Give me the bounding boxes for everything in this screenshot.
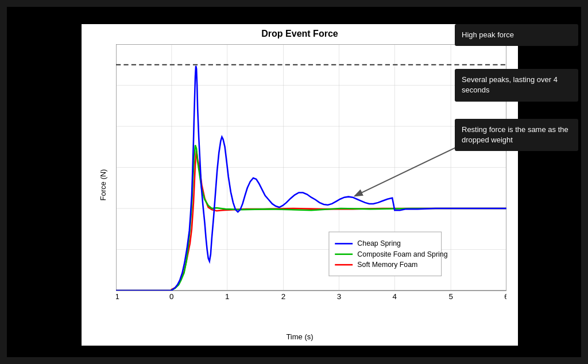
svg-text:0: 0 [169,293,173,301]
main-container: Drop Event Force Force (N) Time (s) [7,7,581,357]
y-axis-label: Force (N) [99,169,107,201]
svg-text:3: 3 [337,293,341,301]
svg-text:Cheap Spring: Cheap Spring [357,240,401,248]
svg-text:1: 1 [225,293,229,301]
svg-text:2: 2 [281,293,285,301]
x-axis-label: Time (s) [286,332,313,341]
annotation-several-peaks: Several peaks, lasting over 4 seconds [455,69,578,101]
annotations-panel: High peak force Several peaks, lasting o… [455,7,578,357]
svg-text:Soft Memory Foam: Soft Memory Foam [357,261,417,269]
chart-area: Drop Event Force Force (N) Time (s) [82,24,518,346]
chart-title: Drop Event Force [82,24,518,41]
chart-svg: 0 500 1000 1500 2000 2500 3000 -1 0 1 2 … [116,44,506,314]
annotation-resting-force: Resting force is the same as the dropped… [455,119,578,151]
svg-text:Composite Foam and Spring: Composite Foam and Spring [357,250,447,258]
svg-text:-1: -1 [116,293,119,301]
svg-text:5: 5 [448,293,452,301]
annotation-high-peak: High peak force [455,24,578,46]
svg-text:4: 4 [393,293,397,301]
